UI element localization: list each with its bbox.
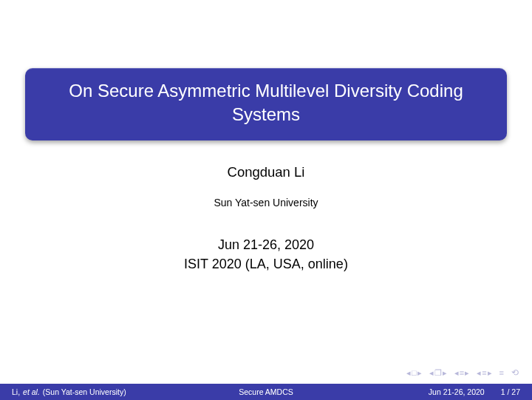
affiliation-text: Sun Yat-sen University [214, 197, 318, 209]
nav-part-group[interactable]: ◂ ≡ ▸ [477, 368, 491, 378]
footer-author-short: Li, [12, 387, 20, 396]
author: Congduan Li [0, 164, 532, 180]
nav-lines-icon: ≡ [482, 368, 486, 377]
nav-prev-icon: ◂ [429, 368, 434, 378]
nav-frame-icon: □ [412, 368, 417, 377]
nav-next-icon: ▸ [465, 368, 469, 378]
nav-next-icon: ▸ [417, 368, 422, 378]
title-text: On Secure Asymmetric Multilevel Diversit… [69, 81, 463, 124]
footer-bar: Li, et al. (Sun Yat-sen University) Secu… [0, 384, 532, 400]
date-text: Jun 21-26, 2020 [0, 235, 532, 254]
beamer-nav: ◂ □ ▸ ◂ ❐ ▸ ◂ ≡ ▸ ◂ ≡ ▸ ≡ ⟲ [406, 367, 519, 378]
nav-frame-group[interactable]: ◂ □ ▸ [406, 368, 422, 378]
nav-appendix-icon[interactable]: ≡ [499, 368, 504, 377]
footer-left: Li, et al. (Sun Yat-sen University) [0, 387, 126, 396]
footer-right: Jun 21-26, 2020 1 / 27 [429, 387, 532, 396]
slide-title: On Secure Asymmetric Multilevel Diversit… [25, 68, 507, 140]
nav-back-icon[interactable]: ⟲ [511, 367, 519, 378]
nav-next-icon: ▸ [443, 368, 447, 378]
nav-prev-icon: ◂ [454, 368, 459, 378]
footer-affil-short: (Sun Yat-sen University) [43, 387, 126, 396]
affiliation: Sun Yat-sen University [0, 197, 532, 209]
nav-doc-icon: ❐ [434, 368, 442, 378]
nav-next-icon: ▸ [488, 368, 492, 378]
slide: On Secure Asymmetric Multilevel Diversit… [0, 0, 532, 400]
author-text: Congduan Li [228, 164, 305, 180]
footer-page: 1 / 27 [501, 387, 520, 396]
nav-subsection-group[interactable]: ◂ ❐ ▸ [429, 368, 447, 378]
nav-section-group[interactable]: ◂ ≡ ▸ [454, 368, 469, 378]
footer-etal: et al. [23, 387, 40, 396]
venue-text: ISIT 2020 (LA, USA, online) [0, 254, 532, 274]
nav-lines-icon: ≡ [460, 368, 464, 377]
date-venue: Jun 21-26, 2020 ISIT 2020 (LA, USA, onli… [0, 235, 532, 274]
footer-date: Jun 21-26, 2020 [429, 387, 485, 396]
footer-short-title: Secure AMDCS [239, 387, 293, 396]
nav-prev-icon: ◂ [477, 368, 481, 378]
nav-prev-icon: ◂ [406, 368, 411, 378]
